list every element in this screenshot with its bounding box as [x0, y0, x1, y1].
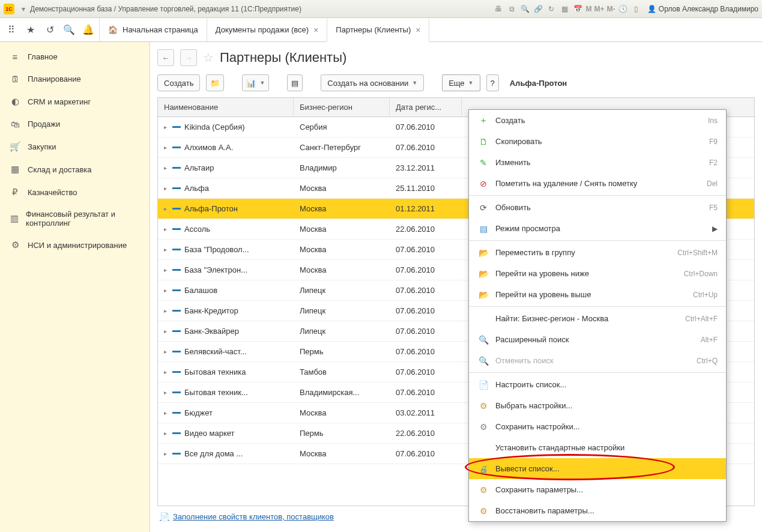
tab-home[interactable]: 🏠 Начальная страница: [99, 18, 207, 41]
print-icon[interactable]: 🖶: [493, 4, 504, 14]
menu-shortcut: Ctrl+Down: [684, 270, 718, 278]
sidebar-icon: ₽: [10, 187, 20, 198]
sidebar-label: Закупки: [28, 142, 56, 151]
expand-icon[interactable]: ▸: [164, 287, 169, 294]
copy-icon[interactable]: ⧉: [506, 4, 517, 14]
close-icon[interactable]: ×: [313, 25, 318, 35]
menu-item[interactable]: Установить стандартные настройки: [469, 437, 726, 458]
sidebar-icon: ⚙: [10, 240, 20, 250]
expand-icon[interactable]: ▸: [164, 430, 169, 437]
calc-icon[interactable]: ▦: [559, 4, 570, 14]
menu-item[interactable]: 📂Перейти на уровень нижеCtrl+Down: [469, 263, 726, 284]
more-button[interactable]: Еще▼: [442, 74, 480, 91]
report-button[interactable]: 📊▼: [242, 74, 269, 91]
col-region[interactable]: Бизнес-регион: [294, 98, 390, 116]
cell-name: Бытовая техник...: [184, 388, 248, 397]
memory-mplus[interactable]: M+: [594, 5, 604, 13]
menu-item[interactable]: ⚙Восстановить параметры...: [469, 500, 726, 521]
expand-icon[interactable]: ▸: [164, 389, 169, 396]
expand-icon[interactable]: ▸: [164, 144, 169, 151]
favorite-icon[interactable]: ★: [25, 25, 36, 35]
sidebar-item[interactable]: 🛍Продажи: [0, 113, 150, 135]
expand-icon[interactable]: ▸: [164, 185, 169, 192]
cell-date: 03.02.2011: [390, 408, 462, 417]
link-icon[interactable]: 🔗: [533, 4, 543, 14]
expand-icon[interactable]: ▸: [164, 328, 169, 334]
close-icon[interactable]: ×: [416, 25, 420, 35]
menu-item[interactable]: 🗋СкопироватьF9: [469, 131, 726, 152]
expand-icon[interactable]: ▸: [164, 450, 169, 457]
search-toolbar-icon[interactable]: 🔍: [64, 25, 74, 35]
search-icon[interactable]: 🔍: [519, 4, 530, 14]
sidebar-item[interactable]: ◐CRM и маркетинг: [0, 90, 150, 113]
cell-region: Москва: [294, 204, 390, 213]
menu-item[interactable]: 🔍Расширенный поискAlt+F: [469, 329, 726, 350]
col-name[interactable]: Наименование: [158, 98, 294, 116]
item-icon: [172, 147, 181, 148]
expand-icon[interactable]: ▸: [164, 307, 169, 314]
menu-item[interactable]: 📂Перейти на уровень вышеCtrl+Up: [469, 284, 726, 305]
cell-region: Санкт-Петербург: [294, 143, 390, 152]
menu-item[interactable]: 📄Настроить список...: [469, 374, 726, 395]
cell-date: 07.06.2010: [390, 265, 462, 274]
sidebar-item[interactable]: ₽Казначейство: [0, 181, 150, 204]
sidebar-item[interactable]: ▥Финансовый результат и контроллинг: [0, 204, 150, 234]
cell-date: 07.06.2010: [390, 388, 462, 397]
sidebar-item[interactable]: 🛒Закупки: [0, 135, 150, 158]
menu-shortcut: Ctrl+Q: [697, 357, 718, 365]
sidebar-item[interactable]: 🗓Планирование: [0, 68, 150, 90]
calendar-icon[interactable]: 📅: [572, 4, 583, 14]
sidebar-icon: 🛒: [10, 141, 20, 152]
help-button[interactable]: ?: [486, 74, 499, 91]
menu-item[interactable]: ＋СоздатьIns: [469, 110, 726, 131]
menu-label: Установить стандартные настройки: [495, 443, 718, 452]
menu-item[interactable]: 🖨Вывести список...: [469, 458, 726, 479]
cell-region: Москва: [294, 449, 390, 458]
expand-icon[interactable]: ▸: [164, 205, 169, 212]
expand-icon[interactable]: ▸: [164, 226, 169, 232]
refresh-icon[interactable]: ↻: [546, 4, 557, 14]
expand-icon[interactable]: ▸: [164, 369, 169, 375]
menu-item[interactable]: ▤Режим просмотра▶: [469, 218, 726, 239]
create-button[interactable]: Создать: [157, 74, 200, 91]
menu-item[interactable]: ⚙Сохранить параметры...: [469, 479, 726, 500]
list-mode-button[interactable]: ▤: [287, 74, 303, 91]
dropdown-icon[interactable]: ▾: [18, 4, 29, 14]
tab-documents[interactable]: Документы продажи (все)×: [207, 18, 328, 41]
user-label[interactable]: 👤 Орлов Александр Владимиро: [647, 5, 758, 13]
expand-icon[interactable]: ▸: [164, 246, 169, 253]
col-date[interactable]: Дата регис...: [390, 98, 462, 116]
menu-icon: ⚙: [477, 401, 489, 411]
expand-icon[interactable]: ▸: [164, 165, 169, 171]
menu-item[interactable]: ✎ИзменитьF2: [469, 152, 726, 173]
back-button[interactable]: ←: [157, 49, 174, 66]
tab-partners[interactable]: Партнеры (Клиенты)×: [327, 19, 429, 42]
menu-item[interactable]: ⟳ОбновитьF5: [469, 197, 726, 218]
sidebar-item[interactable]: ⚙НСИ и администрирование: [0, 234, 150, 256]
menu-item[interactable]: Найти: Бизнес-регион - МоскваCtrl+Alt+F: [469, 308, 726, 329]
cell-region: Владимир: [294, 163, 390, 172]
menu-item[interactable]: 📂Переместить в группуCtrl+Shift+M: [469, 242, 726, 263]
expand-icon[interactable]: ▸: [164, 267, 169, 273]
forward-button[interactable]: →: [180, 49, 197, 66]
favorite-star-icon[interactable]: ☆: [203, 50, 214, 65]
apps-icon[interactable]: ⠿: [6, 25, 17, 35]
memory-mminus[interactable]: M-: [606, 5, 615, 13]
window-icon[interactable]: ▯: [630, 4, 641, 14]
sidebar-item[interactable]: ≡Главное: [0, 46, 150, 68]
menu-item[interactable]: ⊘Пометить на удаление / Снять пометкуDel: [469, 173, 726, 194]
expand-icon[interactable]: ▸: [164, 348, 169, 355]
sidebar-item[interactable]: ▦Склад и доставка: [0, 158, 150, 181]
notifications-icon[interactable]: 🔔: [83, 25, 94, 35]
create-folder-button[interactable]: 📁: [206, 74, 224, 91]
clock-icon[interactable]: 🕓: [617, 4, 628, 14]
sidebar-label: Продажи: [28, 119, 60, 128]
menu-item[interactable]: ⚙Выбрать настройки...: [469, 395, 726, 416]
memory-m[interactable]: M: [585, 5, 591, 13]
expand-icon[interactable]: ▸: [164, 124, 169, 130]
menu-item[interactable]: ⚙Сохранить настройки...: [469, 416, 726, 437]
history-icon[interactable]: ↺: [44, 25, 55, 35]
cell-region: Сербия: [294, 122, 390, 131]
expand-icon[interactable]: ▸: [164, 410, 169, 416]
create-based-on-button[interactable]: Создать на основании▼: [321, 74, 424, 91]
